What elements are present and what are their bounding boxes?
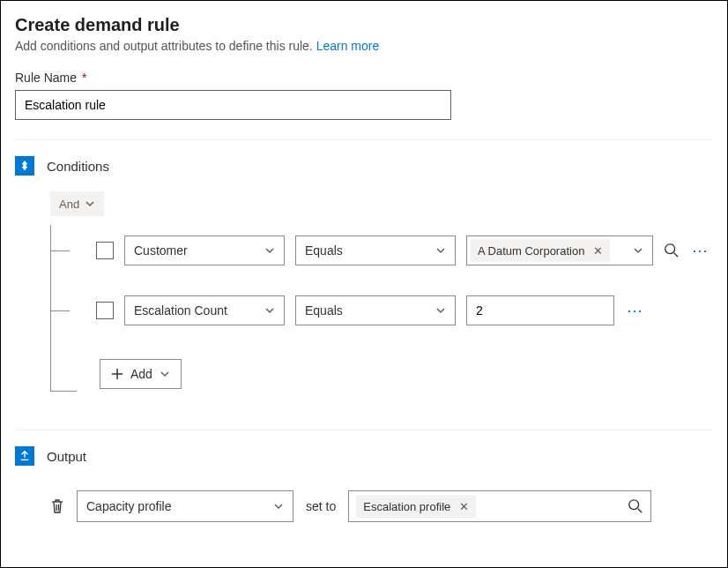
condition-field-label: Escalation Count <box>134 303 227 318</box>
search-icon[interactable] <box>628 498 643 514</box>
condition-value-input[interactable] <box>466 295 614 325</box>
search-icon[interactable] <box>664 243 680 258</box>
chevron-down-icon <box>264 245 275 256</box>
row-more-button[interactable]: ⋯ <box>690 241 711 260</box>
set-to-label: set to <box>306 499 336 513</box>
rule-name-input[interactable] <box>15 90 451 120</box>
divider <box>15 139 713 140</box>
lookup-tag-label: Escalation profile <box>363 500 450 513</box>
chevron-down-icon <box>85 198 95 209</box>
output-attribute-label: Capacity profile <box>86 499 172 513</box>
svg-point-0 <box>665 244 675 254</box>
rule-name-label: Rule Name * <box>15 71 713 85</box>
svg-point-7 <box>629 500 639 510</box>
plus-icon <box>111 368 123 380</box>
rule-name-label-text: Rule Name <box>15 71 77 85</box>
lookup-tag-label: A Datum Corporation <box>478 244 584 258</box>
add-condition-button[interactable]: Add <box>100 359 182 389</box>
remove-tag-icon[interactable]: ✕ <box>590 244 606 258</box>
chevron-down-icon <box>435 305 446 316</box>
condition-field-dropdown[interactable]: Customer <box>124 235 285 265</box>
conditions-icon <box>15 156 34 176</box>
chevron-down-icon <box>264 305 275 316</box>
output-attribute-dropdown[interactable]: Capacity profile <box>77 490 293 522</box>
remove-tag-icon[interactable]: ✕ <box>456 500 472 513</box>
delete-output-button[interactable] <box>50 498 64 514</box>
condition-operator-dropdown[interactable]: Equals <box>295 295 456 325</box>
condition-operator-label: Equals <box>305 303 343 318</box>
page-subtitle: Add conditions and output attributes to … <box>15 39 713 53</box>
condition-row-checkbox[interactable] <box>96 302 114 319</box>
required-indicator: * <box>82 71 86 85</box>
subtitle-text: Add conditions and output attributes to … <box>15 39 316 53</box>
condition-field-dropdown[interactable]: Escalation Count <box>124 295 285 325</box>
divider <box>15 430 713 430</box>
add-button-label: Add <box>130 367 152 381</box>
group-operator-dropdown[interactable]: And <box>50 191 104 216</box>
condition-operator-label: Equals <box>305 243 343 258</box>
learn-more-link[interactable]: Learn more <box>316 39 380 53</box>
row-more-button[interactable]: ⋯ <box>625 301 646 320</box>
output-icon <box>15 446 34 466</box>
chevron-down-icon <box>435 245 446 256</box>
lookup-tag: Escalation profile ✕ <box>356 495 476 518</box>
lookup-tag: A Datum Corporation ✕ <box>471 239 610 262</box>
condition-field-label: Customer <box>134 243 188 258</box>
chevron-down-icon <box>160 369 170 379</box>
chevron-down-icon <box>273 501 284 512</box>
svg-line-8 <box>638 509 643 513</box>
conditions-section-title: Conditions <box>47 159 109 174</box>
group-operator-label: And <box>59 198 79 211</box>
svg-line-1 <box>674 253 679 258</box>
chevron-down-icon[interactable] <box>629 245 647 256</box>
page-title: Create demand rule <box>15 15 713 35</box>
condition-row-checkbox[interactable] <box>96 242 114 259</box>
condition-operator-dropdown[interactable]: Equals <box>295 235 456 265</box>
output-value-lookup[interactable]: Escalation profile ✕ <box>348 490 651 522</box>
condition-value-lookup[interactable]: A Datum Corporation ✕ <box>466 235 653 265</box>
output-section-title: Output <box>47 449 86 464</box>
